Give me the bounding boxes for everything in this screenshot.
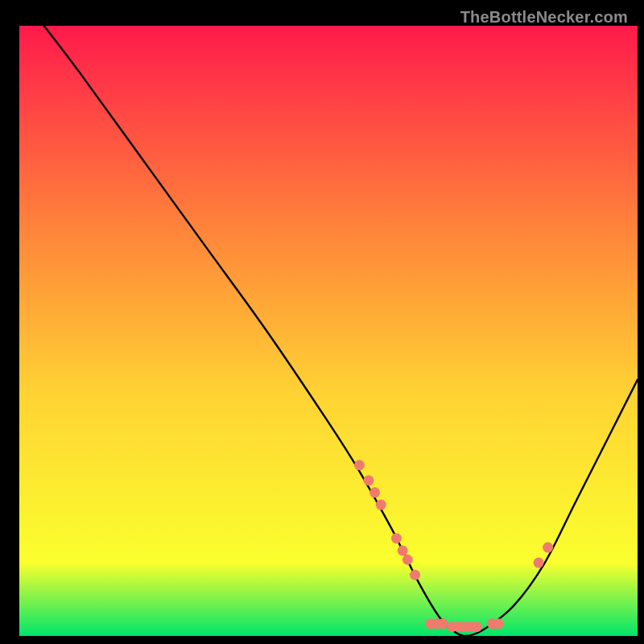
data-marker <box>410 570 420 580</box>
data-marker <box>369 487 380 497</box>
data-marker <box>472 621 482 632</box>
bottleneck-chart <box>6 6 638 638</box>
chart-frame: TheBottleNecker.com <box>6 6 638 638</box>
data-marker <box>438 618 448 629</box>
data-marker <box>493 618 504 629</box>
data-marker <box>354 460 365 470</box>
data-marker <box>398 545 408 555</box>
data-marker <box>363 475 374 485</box>
attribution-watermark: TheBottleNecker.com <box>460 8 628 27</box>
data-marker <box>376 500 386 510</box>
data-marker <box>391 533 402 543</box>
data-marker <box>543 543 553 553</box>
data-marker <box>534 558 544 568</box>
data-marker <box>402 555 413 565</box>
